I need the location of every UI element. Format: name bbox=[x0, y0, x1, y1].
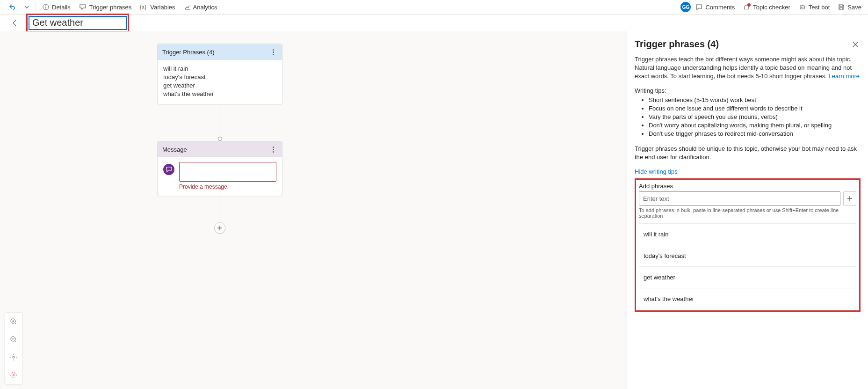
learn-more-link[interactable]: Learn more bbox=[829, 73, 860, 80]
test-bot-label: Test bot bbox=[809, 4, 830, 11]
tip-item: Don't use trigger phrases to redirect mi… bbox=[649, 130, 861, 138]
message-text-input[interactable] bbox=[179, 162, 276, 182]
close-icon bbox=[852, 41, 859, 48]
user-avatar[interactable]: GG bbox=[680, 2, 691, 12]
unique-note: Trigger phrases should be unique to this… bbox=[635, 145, 861, 161]
chat-icon bbox=[79, 3, 87, 11]
details-label: Details bbox=[52, 4, 71, 11]
zoom-toolbar bbox=[5, 312, 22, 384]
svg-point-1 bbox=[45, 5, 46, 6]
svg-point-8 bbox=[13, 356, 14, 358]
zoom-out-button[interactable] bbox=[5, 330, 22, 348]
connector-line bbox=[220, 191, 220, 222]
trigger-node-title: Trigger Phrases (4) bbox=[162, 49, 215, 56]
fit-to-screen-button[interactable] bbox=[5, 348, 22, 366]
phrase-row[interactable]: today's forecast bbox=[639, 245, 856, 266]
panel-title: Trigger phrases (4) bbox=[635, 39, 719, 50]
message-node-menu[interactable] bbox=[269, 147, 277, 153]
variables-button[interactable]: {x} Variables bbox=[136, 0, 179, 14]
panel-heading: Trigger phrases (4) bbox=[635, 39, 861, 50]
topic-title-highlight bbox=[26, 14, 129, 32]
phrase-list: will it rain today's forecast get weathe… bbox=[639, 223, 856, 309]
trigger-node-menu[interactable] bbox=[269, 49, 277, 55]
arrow-left-icon bbox=[11, 19, 19, 27]
divider bbox=[36, 2, 36, 12]
add-phrases-highlight: Add phrases To add phrases in bulk, past… bbox=[635, 178, 861, 312]
info-icon bbox=[43, 4, 49, 10]
save-icon bbox=[838, 4, 845, 10]
phrase-row[interactable]: get weather bbox=[639, 266, 856, 288]
phrase-row[interactable]: will it rain bbox=[639, 223, 856, 245]
trigger-node-header: Trigger Phrases (4) bbox=[158, 44, 282, 60]
topic-checker-icon bbox=[743, 4, 750, 11]
bot-icon bbox=[799, 4, 806, 11]
panel-description: Trigger phrases teach the bot different … bbox=[635, 55, 861, 81]
message-node-header: Message bbox=[158, 141, 282, 157]
variable-icon: {x} bbox=[140, 4, 147, 10]
trigger-phrases-button[interactable]: Trigger phrases bbox=[75, 0, 136, 14]
analytics-label: Analytics bbox=[193, 4, 217, 11]
close-panel-button[interactable] bbox=[850, 39, 861, 50]
tip-item: Focus on one issue and use different wor… bbox=[649, 104, 861, 113]
plus-icon bbox=[217, 225, 223, 231]
trigger-item: get weather bbox=[163, 81, 276, 90]
message-icon bbox=[163, 164, 174, 175]
reset-button[interactable] bbox=[5, 366, 22, 384]
undo-button[interactable] bbox=[5, 0, 20, 14]
add-phrase-button[interactable] bbox=[843, 191, 856, 206]
save-button[interactable]: Save bbox=[834, 0, 865, 14]
svg-point-4 bbox=[801, 7, 802, 7]
message-node-title: Message bbox=[162, 146, 187, 153]
connector-port[interactable] bbox=[218, 137, 222, 141]
analytics-button[interactable]: Analytics bbox=[180, 0, 221, 14]
add-phrase-hint: To add phrases in bulk, paste in line-se… bbox=[639, 207, 856, 219]
trigger-item: will it rain bbox=[163, 65, 276, 73]
svg-rect-3 bbox=[800, 6, 804, 9]
details-button[interactable]: Details bbox=[39, 0, 74, 14]
analytics-icon bbox=[184, 4, 190, 10]
trigger-item: today's forecast bbox=[163, 73, 276, 81]
tip-item: Short sentences (5-15 words) work best bbox=[649, 96, 861, 104]
topic-checker-button[interactable]: Topic checker bbox=[739, 0, 794, 14]
test-bot-button[interactable]: Test bot bbox=[795, 0, 834, 14]
tip-item: Don't worry about capitalizing words, ma… bbox=[649, 121, 861, 130]
hide-writing-tips-link[interactable]: Hide writing tips bbox=[635, 168, 678, 175]
save-label: Save bbox=[847, 4, 861, 11]
phrase-row[interactable]: what's the weather bbox=[639, 288, 856, 309]
chevron-down-icon bbox=[24, 5, 29, 9]
topic-title-input[interactable] bbox=[29, 16, 127, 30]
variables-label: Variables bbox=[150, 4, 175, 11]
comments-label: Comments bbox=[705, 4, 735, 11]
fit-icon bbox=[10, 353, 17, 361]
comments-button[interactable]: Comments bbox=[692, 0, 738, 14]
undo-icon bbox=[8, 3, 16, 11]
connector-line bbox=[220, 102, 220, 138]
zoom-in-icon bbox=[10, 318, 17, 325]
zoom-in-button[interactable] bbox=[5, 313, 22, 330]
history-dropdown[interactable] bbox=[21, 0, 33, 14]
add-node-button[interactable] bbox=[214, 222, 225, 234]
top-toolbar: Details Trigger phrases {x} Variables An… bbox=[0, 0, 868, 15]
authoring-canvas[interactable]: Trigger Phrases (4) will it rain today's… bbox=[0, 31, 627, 389]
writing-tips-list: Short sentences (5-15 words) work best F… bbox=[649, 96, 861, 138]
zoom-out-icon bbox=[10, 336, 17, 343]
topic-checker-badge bbox=[743, 4, 750, 11]
message-error-text: Provide a message. bbox=[179, 183, 276, 190]
plus-icon bbox=[847, 196, 853, 201]
comment-icon bbox=[695, 4, 702, 11]
title-bar bbox=[0, 15, 868, 31]
chat-bubble-icon bbox=[166, 167, 172, 173]
message-node[interactable]: Message Provide a message. bbox=[157, 141, 282, 196]
trigger-phrases-panel: Trigger phrases (4) Trigger phrases teac… bbox=[627, 31, 868, 389]
add-phrases-label: Add phrases bbox=[639, 183, 856, 190]
svg-text:{x}: {x} bbox=[140, 4, 146, 10]
svg-point-5 bbox=[803, 7, 803, 7]
reset-icon bbox=[10, 371, 17, 379]
topic-checker-label: Topic checker bbox=[753, 4, 790, 11]
trigger-item: what's the weather bbox=[163, 90, 276, 98]
back-button[interactable] bbox=[8, 16, 22, 29]
tips-heading: Writing tips: bbox=[635, 87, 861, 94]
tip-item: Vary the parts of speech you use (nouns,… bbox=[649, 113, 861, 121]
trigger-phrases-node[interactable]: Trigger Phrases (4) will it rain today's… bbox=[157, 44, 282, 104]
add-phrase-input[interactable] bbox=[639, 191, 840, 206]
